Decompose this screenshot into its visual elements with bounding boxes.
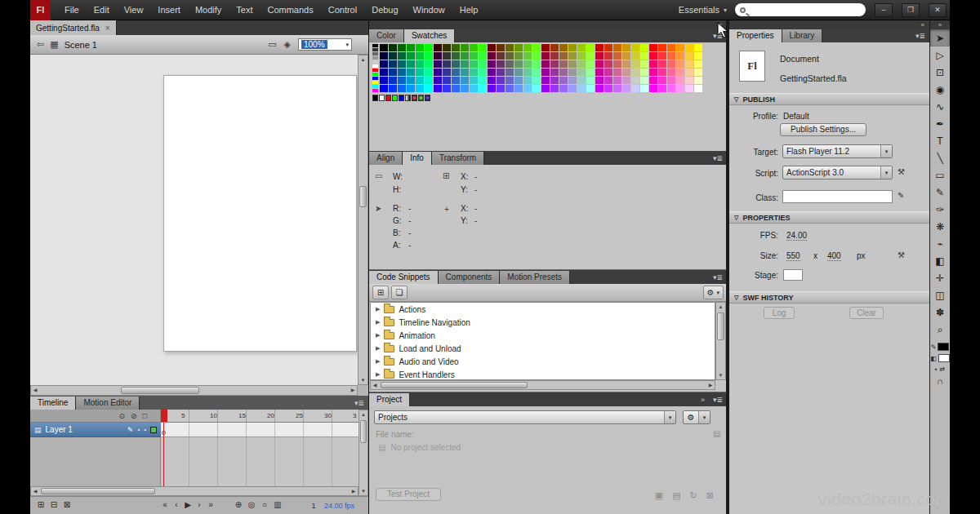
swatch[interactable] <box>559 85 568 92</box>
swatch[interactable] <box>586 44 595 51</box>
swatch[interactable] <box>667 60 675 68</box>
swatch[interactable] <box>372 89 378 92</box>
pencil-icon[interactable]: ✎ <box>898 191 904 200</box>
swatch[interactable] <box>568 44 577 51</box>
swatch[interactable] <box>389 60 397 68</box>
workspace-switcher[interactable]: Essentials ▾ <box>679 5 727 15</box>
panel-menu-icon[interactable]: ▾≣ <box>709 393 727 406</box>
lasso-tool[interactable]: ∿ <box>930 98 950 115</box>
swatch[interactable] <box>380 44 388 51</box>
swatch[interactable] <box>523 77 532 84</box>
swatch[interactable] <box>640 44 648 51</box>
swatch[interactable] <box>461 69 469 76</box>
swatch[interactable] <box>685 85 693 92</box>
zoom-tool[interactable]: ⌕ <box>930 321 950 338</box>
swatch[interactable] <box>658 44 666 51</box>
swatch[interactable] <box>380 69 388 76</box>
swatch[interactable] <box>497 85 505 92</box>
swatch[interactable] <box>372 44 378 47</box>
scroll-left-icon[interactable]: ◀ <box>371 381 379 389</box>
panel-menu-icon[interactable]: ▾≣ <box>911 29 929 42</box>
swatch[interactable] <box>532 60 541 68</box>
swatch[interactable] <box>523 69 532 76</box>
step-forward-button[interactable]: › <box>194 500 205 509</box>
pasteboard[interactable] <box>30 55 358 385</box>
tab-motion-presets[interactable]: Motion Presets <box>500 271 570 284</box>
swatch[interactable] <box>577 85 586 92</box>
swatch[interactable] <box>640 52 648 60</box>
snippet-folder-animation[interactable]: ▶Animation <box>371 329 715 342</box>
scroll-track[interactable] <box>359 419 368 487</box>
expand-icon[interactable]: ▶ <box>376 345 380 352</box>
onion-skin-outlines-button[interactable]: ○ <box>259 500 270 509</box>
swatch[interactable] <box>398 44 406 51</box>
swatch[interactable] <box>550 52 559 60</box>
scroll-thumb[interactable] <box>121 387 199 394</box>
scroll-up-icon[interactable]: ▲ <box>359 55 368 64</box>
minimize-button[interactable]: – <box>875 3 893 17</box>
x-value[interactable]: - <box>474 172 477 181</box>
swatch[interactable] <box>532 44 541 51</box>
swatch[interactable] <box>550 85 559 92</box>
swatch[interactable] <box>398 60 406 68</box>
publish-section-header[interactable]: ▽ PUBLISH <box>729 93 929 105</box>
swatch[interactable] <box>550 69 559 76</box>
swatch[interactable] <box>604 85 612 92</box>
swatch[interactable] <box>568 69 577 76</box>
layer-frames-row[interactable] <box>161 423 359 437</box>
layer-name[interactable]: Layer 1 <box>46 425 73 434</box>
swatch[interactable] <box>631 77 639 84</box>
scroll-track[interactable] <box>39 487 350 495</box>
swatch[interactable] <box>434 60 442 68</box>
swatch[interactable] <box>577 69 586 76</box>
swatch[interactable] <box>676 77 684 84</box>
swatch[interactable] <box>372 60 378 64</box>
swatch[interactable] <box>559 44 568 51</box>
swatch[interactable] <box>631 52 639 60</box>
menu-commands[interactable]: Commands <box>260 0 320 20</box>
document-name[interactable]: GettingStarted.fla <box>780 73 847 83</box>
swatch[interactable] <box>488 44 496 51</box>
swatch[interactable] <box>640 77 648 84</box>
swatch[interactable] <box>541 60 550 68</box>
stage-vertical-scrollbar[interactable]: ▲ ▼ <box>358 55 368 385</box>
swatch[interactable] <box>425 44 433 51</box>
expand-icon[interactable]: ▶ <box>376 371 380 378</box>
swatch[interactable] <box>631 69 639 76</box>
tab-library[interactable]: Library <box>782 29 823 42</box>
swatch[interactable] <box>514 60 523 68</box>
swatch[interactable] <box>506 85 514 92</box>
tab-properties[interactable]: Properties <box>729 29 782 42</box>
swatch[interactable] <box>658 60 666 68</box>
swatch[interactable] <box>658 52 666 60</box>
close-icon[interactable]: × <box>105 24 110 33</box>
swatch[interactable] <box>568 52 577 60</box>
swatch[interactable] <box>604 77 612 84</box>
swatch[interactable] <box>372 95 378 101</box>
menu-modify[interactable]: Modify <box>188 0 229 20</box>
swatch[interactable] <box>443 52 451 60</box>
text-tool[interactable]: T <box>930 132 950 149</box>
swatch[interactable] <box>372 56 378 60</box>
swatch[interactable] <box>434 52 442 60</box>
menu-text[interactable]: Text <box>229 0 260 20</box>
swatch[interactable] <box>416 69 424 76</box>
swatch[interactable] <box>434 69 442 76</box>
app-logo[interactable]: Fl <box>30 0 51 20</box>
expand-icon[interactable]: ▶ <box>376 319 380 326</box>
swatch[interactable] <box>506 77 514 84</box>
swatch[interactable] <box>407 52 415 60</box>
pencil-tool[interactable]: ✎ <box>930 184 950 201</box>
swatch[interactable] <box>541 44 550 51</box>
swatch[interactable] <box>407 44 415 51</box>
menu-file[interactable]: File <box>57 0 87 20</box>
tab-code-snippets[interactable]: Code Snippets <box>369 271 439 284</box>
publish-settings-button[interactable]: Publish Settings... <box>780 123 866 136</box>
swatch[interactable] <box>443 60 451 68</box>
tab-swatches[interactable]: Swatches <box>404 29 455 42</box>
eyedropper-tool[interactable]: ✛ <box>930 269 950 286</box>
swatch[interactable] <box>398 85 406 92</box>
swatch[interactable] <box>694 60 702 68</box>
swatch[interactable] <box>649 52 657 60</box>
swatch[interactable] <box>452 77 460 84</box>
